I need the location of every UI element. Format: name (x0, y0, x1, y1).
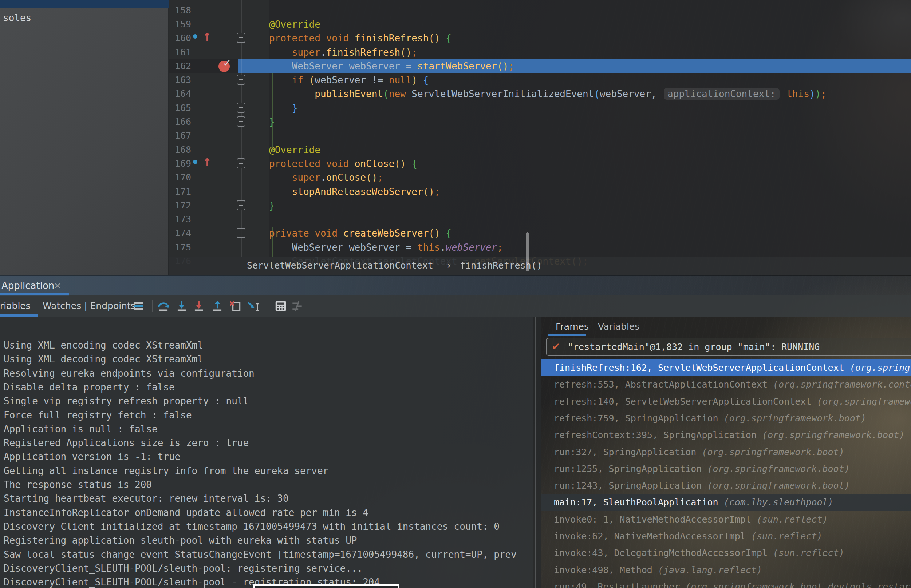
line-number[interactable]: 169 (168, 157, 191, 171)
debug-console[interactable]: Using XML encoding codec XStreamXmlUsing… (0, 317, 533, 588)
line-number[interactable]: 174 (168, 226, 191, 240)
line-number[interactable]: 175 (168, 241, 191, 254)
line-number[interactable]: 162 (168, 59, 191, 73)
line-number[interactable]: 167 (168, 129, 191, 143)
popup-border-sliver (253, 584, 400, 588)
stack-frame-row[interactable]: finishRefresh:162, ServletWebServerAppli… (541, 360, 911, 376)
line-number[interactable]: 160 (168, 31, 191, 45)
stack-frame-row[interactable]: invoke0:-1, NativeMethodAccessorImpl (su… (541, 511, 911, 528)
code-token (440, 228, 446, 239)
code-line[interactable]: protected void onClose() { (269, 157, 417, 171)
line-number[interactable]: 171 (168, 185, 191, 199)
line-number[interactable]: 161 (168, 45, 191, 59)
code-line[interactable]: } (269, 199, 275, 213)
line-number[interactable]: 159 (168, 18, 191, 31)
code-line[interactable]: stopAndReleaseWebServer(); (269, 185, 440, 199)
code-line[interactable]: private void createWebServer() { (269, 226, 451, 240)
force-step-into-icon[interactable] (192, 299, 206, 313)
run-to-cursor-icon[interactable] (246, 299, 261, 313)
code-line[interactable]: } (269, 115, 275, 129)
trace-stream-icon[interactable] (290, 299, 304, 313)
breadcrumb-separator-icon: › (446, 260, 451, 271)
frame-location: invoke:498, Method (554, 565, 658, 575)
code-line[interactable]: @Override (269, 18, 320, 31)
override-marker-icon[interactable]: ↑ (193, 32, 215, 44)
code-line[interactable]: if (webServer != null) { (269, 73, 429, 87)
fold-collapse-icon[interactable] (237, 228, 245, 238)
stack-frame-row[interactable]: refresh:759, SpringApplication (org.spri… (541, 410, 911, 427)
stack-frame-row[interactable]: invoke:498, Method (java.lang.reflect) (541, 562, 911, 578)
line-number[interactable]: 165 (168, 101, 191, 115)
code-token (269, 74, 292, 86)
line-number[interactable]: 163 (168, 73, 191, 87)
line-number[interactable]: 168 (168, 143, 191, 157)
step-out-icon[interactable] (210, 299, 224, 313)
line-number[interactable]: 172 (168, 199, 191, 213)
stack-frame-row[interactable]: refreshContext:395, SpringApplication (o… (541, 427, 911, 444)
code-line[interactable]: super.finishRefresh(); (269, 45, 417, 59)
line-number[interactable]: 173 (168, 213, 191, 226)
code-token: () (429, 228, 440, 239)
frame-package: (org.springframework.boot) (707, 464, 850, 474)
code-token: ) (809, 89, 815, 99)
code-line[interactable]: } (269, 101, 298, 115)
line-number[interactable]: 170 (168, 171, 191, 184)
close-icon[interactable]: ✕ (54, 281, 61, 291)
code-line[interactable]: WebServer webServer = startWebServer(); (269, 59, 514, 73)
stack-frame-row[interactable]: main:17, SleuthPoolApplication (com.lhy.… (541, 494, 911, 511)
breadcrumb-class[interactable]: ServletWebServerApplicationContext (247, 260, 433, 271)
fold-collapse-icon[interactable] (237, 33, 245, 43)
code-line[interactable]: WebServer webServer = this.webServer; (269, 241, 503, 254)
console-line: Application version is -1: true (4, 450, 180, 464)
code-token (269, 186, 292, 197)
console-line: Discovery Client initialized at timestam… (4, 520, 500, 533)
left-tool-window[interactable]: soles (0, 0, 168, 275)
stack-frame-row[interactable]: run:1255, SpringApplication (org.springf… (541, 460, 911, 477)
step-into-icon[interactable] (175, 299, 189, 313)
stack-frame-row[interactable]: invoke:43, DelegatingMethodAccessorImpl … (541, 545, 911, 561)
tab-variables-cut[interactable]: riables (0, 300, 31, 311)
stack-frame-row[interactable]: invoke:62, NativeMethodAccessorImpl (sun… (541, 528, 911, 545)
fold-expand-icon[interactable] (237, 103, 245, 113)
stack-frame-row[interactable]: run:327, SpringApplication (org.springfr… (541, 444, 911, 460)
console-scrollbar[interactable] (526, 232, 529, 271)
line-number[interactable]: 166 (168, 115, 191, 129)
code-token: . (320, 172, 326, 183)
tab-variables[interactable]: Variables (598, 321, 639, 332)
code-line[interactable]: protected void finishRefresh() { (269, 31, 451, 45)
tab-application[interactable]: Application (2, 280, 54, 291)
line-number[interactable]: 158 (168, 4, 191, 18)
code-token: () (400, 47, 411, 58)
code-token: startWebServer (417, 61, 497, 72)
frame-package: (org.springframework.boot) (707, 480, 850, 491)
evaluate-expression-icon[interactable] (274, 299, 288, 313)
fold-collapse-icon[interactable] (237, 158, 245, 168)
breakpoint-icon[interactable]: ✓ (218, 59, 233, 73)
frame-package: (org.springframework.context.support (773, 379, 911, 390)
tab-watches-endpoints[interactable]: Watches | Endpoints (43, 300, 136, 311)
tab-frames[interactable]: Frames (556, 321, 589, 332)
code-token (440, 33, 446, 44)
thread-selector-dropdown[interactable]: ✔ "restartedMain"@1,832 in group "main":… (546, 338, 911, 356)
code-line[interactable]: publishEvent(new ServletWebServerInitial… (269, 87, 827, 101)
threads-icon[interactable] (132, 299, 146, 313)
consoles-panel-label: soles (3, 12, 31, 23)
breadcrumb-method[interactable]: finishRefresh() (460, 260, 542, 271)
stack-frame-row[interactable]: run:49, RestartLauncher (org.springframe… (541, 578, 911, 588)
drop-frame-icon[interactable] (228, 299, 242, 313)
stack-frame-row[interactable]: run:1243, SpringApplication (org.springf… (541, 477, 911, 494)
stack-frame-row[interactable]: refresh:140, ServletWebServerApplication… (541, 393, 911, 410)
fold-collapse-icon[interactable] (237, 74, 245, 85)
fold-expand-icon[interactable] (237, 200, 245, 210)
fold-expand-icon[interactable] (237, 116, 245, 127)
override-marker-icon[interactable]: ↑ (193, 158, 215, 170)
code-token: ) (411, 74, 423, 86)
code-line[interactable]: @Override (269, 143, 320, 157)
step-over-icon[interactable] (157, 299, 170, 313)
code-line[interactable]: super.onClose(); (269, 171, 383, 184)
debug-toolwindow-header: Application ✕ (0, 275, 911, 296)
line-number[interactable]: 164 (168, 87, 191, 101)
code-token: () (497, 61, 508, 72)
stack-frame-row[interactable]: refresh:553, AbstractApplicationContext … (541, 376, 911, 393)
panel-splitter[interactable] (533, 317, 541, 588)
